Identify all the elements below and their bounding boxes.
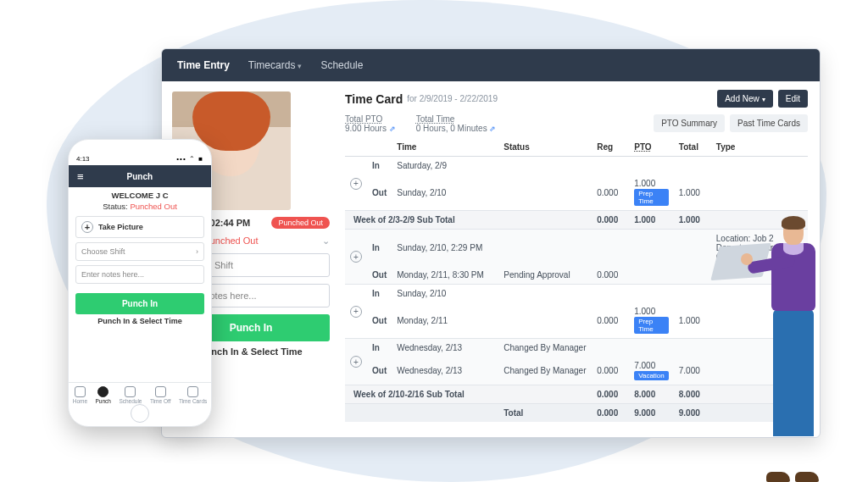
welcome-text: WELCOME J C — [75, 191, 204, 200]
chevron-down-icon: ▾ — [762, 96, 765, 103]
timecard-range: for 2/9/2019 - 2/22/2019 — [407, 94, 498, 103]
calendar-icon — [125, 386, 136, 397]
plus-icon: + — [81, 221, 93, 233]
total-pto-value: 9.00 Hours — [345, 124, 387, 133]
status-label: Status: — [103, 202, 128, 211]
col-time: Time — [392, 138, 498, 157]
choose-shift-select[interactable]: Choose Shift› — [75, 242, 204, 261]
add-new-button[interactable]: Add New▾ — [717, 90, 773, 108]
total-time-value: 0 Hours, 0 Minutes — [416, 124, 487, 133]
col-total: Total — [674, 138, 711, 157]
menu-icon[interactable]: ≡ — [77, 170, 84, 183]
chevron-right-icon: › — [196, 247, 198, 256]
total-pto-label: Total PTO — [345, 114, 396, 124]
chevron-down-icon: ▾ — [298, 62, 302, 70]
phone-clock: 4:13 — [76, 155, 90, 163]
nav-time-entry[interactable]: Time Entry — [177, 59, 230, 71]
expand-row-icon[interactable]: + — [350, 251, 362, 263]
phone-mockup: 4:13 ••• ⌃ ■ ≡ Punch WELCOME J C Status:… — [68, 139, 212, 427]
col-reg: Reg — [592, 138, 629, 157]
external-link-icon[interactable]: ⇗ — [489, 125, 496, 133]
tab-punch[interactable]: Punch — [96, 386, 111, 404]
col-pto: PTO — [629, 138, 674, 157]
clock-icon — [97, 386, 108, 397]
timecard-title: Time Card — [345, 92, 403, 106]
col-type: Type — [711, 138, 808, 157]
expand-row-icon[interactable]: + — [350, 356, 362, 368]
tab-home[interactable]: Home — [73, 386, 87, 404]
take-picture-button[interactable]: + Take Picture — [75, 216, 204, 238]
edit-button[interactable]: Edit — [778, 90, 808, 108]
nav-timecards[interactable]: Timecards▾ — [248, 59, 303, 71]
total-time-label: Total Time — [416, 114, 497, 124]
phone-signal: ••• ⌃ ■ — [176, 155, 203, 163]
desktop-window: Time Entry Timecards▾ Schedule e was 3:0… — [161, 48, 821, 438]
phone-screen-title: Punch — [127, 172, 153, 181]
phone-header: ≡ Punch — [69, 165, 211, 187]
external-link-icon[interactable]: ⇗ — [389, 125, 396, 133]
punch-in-select-time-link[interactable]: Punch In & Select Time — [75, 317, 204, 325]
notes-input[interactable]: Enter notes here... — [75, 265, 204, 284]
timeoff-icon — [155, 386, 166, 397]
top-nav: Time Entry Timecards▾ Schedule — [162, 49, 820, 81]
tab-timecards[interactable]: Time Cards — [179, 386, 207, 404]
punch-in-button[interactable]: Punch In — [75, 293, 204, 314]
expand-row-icon[interactable]: + — [350, 306, 362, 318]
past-timecards-button[interactable]: Past Time Cards — [730, 114, 808, 132]
timecards-icon — [187, 386, 198, 397]
tab-schedule[interactable]: Schedule — [119, 386, 142, 404]
status-badge: Punched Out — [271, 217, 330, 229]
nav-schedule[interactable]: Schedule — [320, 59, 363, 71]
col-status: Status — [498, 138, 592, 157]
expand-row-icon[interactable]: + — [350, 178, 362, 190]
status-value: Punched Out — [130, 202, 176, 211]
home-icon — [75, 386, 86, 397]
chevron-down-icon[interactable]: ⌄ — [322, 235, 330, 247]
tab-timeoff[interactable]: Time Off — [150, 386, 171, 404]
pto-summary-button[interactable]: PTO Summary — [654, 114, 725, 132]
home-button[interactable] — [131, 404, 149, 423]
illustration-person — [736, 211, 846, 482]
